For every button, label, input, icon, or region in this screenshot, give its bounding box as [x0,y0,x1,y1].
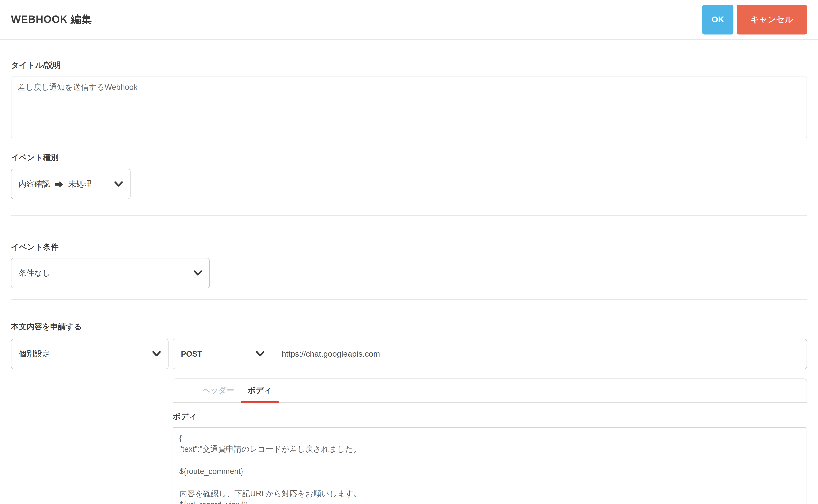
page-header: WEBHOOK 編集 OK キャンセル [0,0,818,40]
webhook-url-input[interactable]: https://chat.googleapis.com [272,339,807,369]
chevron-down-icon [114,181,123,187]
request-mode-select[interactable]: 個別設定 [11,339,168,369]
section-divider [11,299,807,300]
body-label: ボディ [173,411,807,422]
title-description-label: タイトル/説明 [11,60,807,70]
arrow-right-icon [55,181,63,188]
http-method-select[interactable]: POST [173,339,272,369]
ok-button[interactable]: OK [702,5,733,34]
webhook-form: タイトル/説明 差し戻し通知を送信するWebhook イベント種別 内容確認 未… [0,60,818,504]
request-detail-panel: POST https://chat.googleapis.com ヘッダー ボデ… [173,339,807,504]
chevron-down-icon [256,351,264,357]
cancel-button[interactable]: キャンセル [737,5,807,34]
request-content-label: 本文内容を申請する [11,322,807,332]
chevron-down-icon [152,351,161,357]
title-description-textarea[interactable]: 差し戻し通知を送信するWebhook [11,77,807,138]
http-method-value: POST [181,349,202,358]
request-tab-bar: ヘッダー ボディ [173,378,807,403]
body-editor: { "text":"交通費申請のレコードが差し戻されました。 ${route_c… [173,427,807,504]
chevron-down-icon [194,270,202,276]
tab-body[interactable]: ボディ [241,379,278,402]
body-textarea[interactable]: { "text":"交通費申請のレコードが差し戻されました。 ${route_c… [173,427,807,504]
request-settings-row: 個別設定 POST https://chat.googleapis.com [11,339,807,504]
event-type-label: イベント種別 [11,152,807,163]
page-title: WEBHOOK 編集 [11,12,92,27]
tab-header[interactable]: ヘッダー [195,379,241,402]
section-divider [11,215,807,216]
request-mode-value: 個別設定 [19,349,50,359]
event-type-select[interactable]: 内容確認 未処理 [11,169,130,199]
event-condition-label: イベント条件 [11,242,807,252]
webhook-edit-page: WEBHOOK 編集 OK キャンセル タイトル/説明 差し戻し通知を送信するW… [0,0,818,504]
header-actions: OK キャンセル [702,5,807,34]
event-condition-value: 条件なし [19,268,50,278]
event-type-to: 未処理 [68,179,92,189]
event-condition-select[interactable]: 条件なし [11,258,210,288]
event-type-from: 内容確認 [19,179,50,189]
method-url-group: POST https://chat.googleapis.com [173,339,807,369]
